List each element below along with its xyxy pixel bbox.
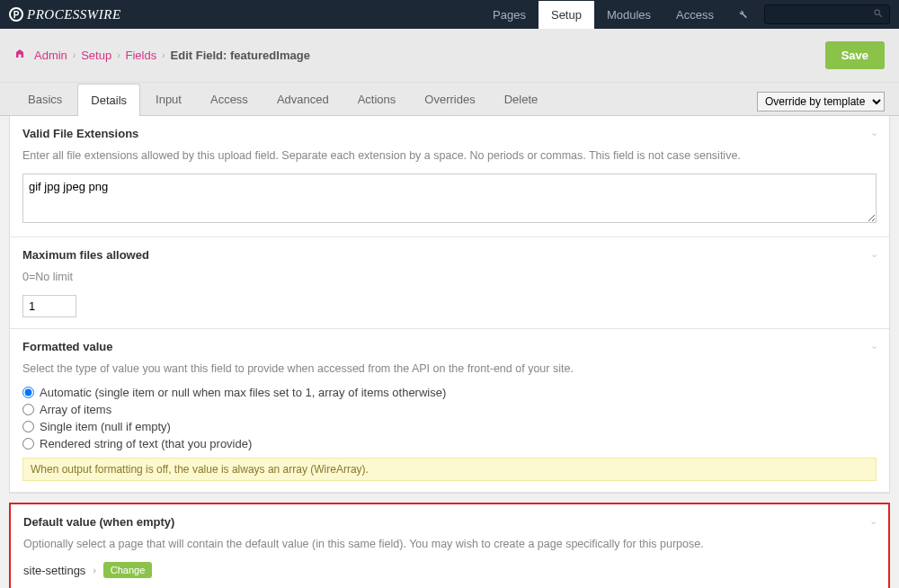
tab-basics[interactable]: Basics <box>14 83 76 115</box>
save-button[interactable]: Save <box>825 41 885 69</box>
section-max-files: ⌄ Maximum files allowed 0=No limit <box>10 237 889 329</box>
tab-access[interactable]: Access <box>197 83 262 115</box>
tabs-row: Basics Details Input Access Advanced Act… <box>0 83 899 116</box>
collapse-icon[interactable]: ⌄ <box>870 127 878 138</box>
tab-overrides[interactable]: Overrides <box>411 83 488 115</box>
section-title: Formatted value <box>22 340 877 353</box>
content-panel: ⌄ Valid File Extensions Enter all file e… <box>9 116 890 494</box>
crumb-setup[interactable]: Setup <box>81 49 111 62</box>
selected-page-name: site-settings <box>23 564 85 577</box>
radio-single[interactable]: Single item (null if empty) <box>22 420 877 433</box>
logo-text: PROCESSWIRE <box>27 7 121 22</box>
tab-advanced[interactable]: Advanced <box>263 83 343 115</box>
top-nav: Pages Setup Modules Access <box>480 1 890 29</box>
section-help: 0=No limit <box>22 269 877 286</box>
chevron-right-icon: › <box>162 50 165 60</box>
section-help: Optionally select a page that will conta… <box>23 536 876 553</box>
section-formatted-value: ⌄ Formatted value Select the type of val… <box>10 329 889 494</box>
wrench-icon[interactable] <box>726 7 757 22</box>
crumb-admin[interactable]: Admin <box>34 49 67 62</box>
search-input[interactable] <box>770 8 873 21</box>
collapse-icon[interactable]: ⌄ <box>869 515 877 527</box>
sitemap-icon[interactable] <box>14 49 25 62</box>
default-page-selector: site-settings › Change <box>23 562 876 578</box>
section-title: Default value (when empty) <box>23 515 876 529</box>
nav-pages[interactable]: Pages <box>480 1 539 29</box>
radio-automatic[interactable]: Automatic (single item or null when max … <box>22 386 877 399</box>
tab-delete[interactable]: Delete <box>491 83 552 115</box>
collapse-icon[interactable]: ⌄ <box>870 248 878 260</box>
crumb-fields[interactable]: Fields <box>126 49 157 62</box>
section-title: Maximum files allowed <box>22 248 877 262</box>
crumb-current: Edit Field: featuredImage <box>171 49 310 62</box>
radio-rendered[interactable]: Rendered string of text (that you provid… <box>22 437 877 450</box>
extensions-input[interactable] <box>22 174 877 223</box>
tab-actions[interactable]: Actions <box>344 83 410 115</box>
nav-setup[interactable]: Setup <box>539 1 594 29</box>
chevron-right-icon: › <box>73 50 76 60</box>
tab-input[interactable]: Input <box>142 83 195 115</box>
formatting-note: When output formatting is off, the value… <box>22 458 877 481</box>
section-help: Select the type of value you want this f… <box>22 361 877 378</box>
section-help: Enter all file extensions allowed by thi… <box>22 147 877 165</box>
logo: P PROCESSWIRE <box>9 7 121 22</box>
top-bar: P PROCESSWIRE Pages Setup Modules Access <box>0 0 899 29</box>
nav-modules[interactable]: Modules <box>594 1 663 29</box>
change-button[interactable]: Change <box>103 562 153 578</box>
max-files-input[interactable] <box>22 295 76 317</box>
collapse-icon[interactable]: ⌄ <box>870 340 878 352</box>
search-box[interactable] <box>764 4 890 24</box>
section-title: Valid File Extensions <box>22 127 877 140</box>
logo-icon: P <box>9 7 23 22</box>
search-icon <box>873 8 884 22</box>
chevron-right-icon: › <box>117 50 120 60</box>
section-default-value-highlighted: ⌄ Default value (when empty) Optionally … <box>9 503 890 588</box>
tab-details[interactable]: Details <box>77 84 140 116</box>
breadcrumb-bar: Admin › Setup › Fields › Edit Field: fea… <box>0 29 899 83</box>
override-by-template-select[interactable]: Override by template <box>757 92 885 111</box>
chevron-right-icon: › <box>93 566 95 575</box>
nav-access[interactable]: Access <box>663 1 726 29</box>
section-default-value: ⌄ Default value (when empty) Optionally … <box>11 504 888 588</box>
section-valid-extensions: ⌄ Valid File Extensions Enter all file e… <box>10 116 889 237</box>
radio-array[interactable]: Array of items <box>22 403 877 416</box>
